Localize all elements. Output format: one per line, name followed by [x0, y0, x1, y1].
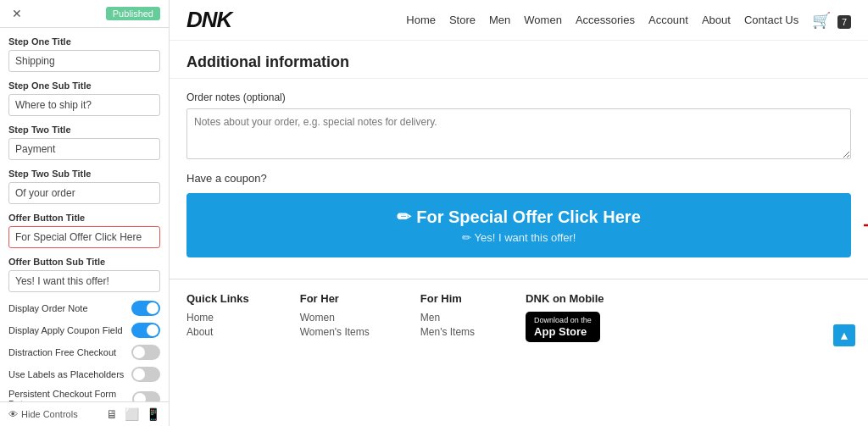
toggle-display-coupon: Display Apply Coupon Field — [8, 323, 160, 338]
footer-dnk-mobile-title: DNK on Mobile — [526, 292, 604, 305]
footer-quick-links-title: Quick Links — [186, 292, 249, 305]
toggle-display-coupon-label: Display Apply Coupon Field — [8, 325, 123, 335]
hide-controls-button[interactable]: 👁 Hide Controls — [8, 409, 78, 419]
pencil-icon-sub: ✏ — [462, 231, 471, 244]
footer-col-for-her: For Her Women Women's Items — [300, 292, 370, 342]
left-arrow-annotation — [0, 229, 4, 246]
step-one-sub-title-group: Step One Sub Title — [8, 80, 160, 116]
sidebar: ✕ Published Step One Title Step One Sub … — [0, 0, 170, 426]
offer-button-title-display: ✏ For Special Offer Click Here — [397, 207, 641, 227]
scroll-top-button[interactable]: ▲ — [833, 324, 855, 346]
footer: Quick Links Home About For Her Women Wom… — [170, 279, 868, 355]
nav-links: Home Store Men Women Accessories Account… — [406, 11, 851, 30]
toggle-display-order-note-label: Display Order Note — [8, 303, 88, 313]
offer-button-title-input[interactable] — [8, 226, 160, 248]
page-content: Additional information Order notes (opti… — [170, 41, 868, 426]
monitor-icon[interactable]: 🖥 — [106, 407, 118, 421]
footer-link-men[interactable]: Men — [420, 312, 475, 324]
sidebar-content: Step One Title Step One Sub Title Step T… — [0, 28, 169, 401]
nav-about[interactable]: About — [702, 14, 731, 26]
step-one-title-group: Step One Title — [8, 36, 160, 72]
offer-button-sub-title-group: Offer Button Sub Title — [8, 257, 160, 292]
step-two-title-group: Step Two Title — [8, 124, 160, 160]
bottom-icons: 🖥 ⬜ 📱 — [106, 407, 160, 421]
nav-contact-us[interactable]: Contact Us — [744, 14, 798, 26]
app-store-badge[interactable]: Download on the App Store — [526, 312, 600, 342]
step-one-sub-title-label: Step One Sub Title — [8, 80, 160, 91]
order-notes-label: Order notes (optional) — [186, 91, 851, 103]
offer-button-outer: ✏ For Special Offer Click Here ✏ Yes! I … — [186, 193, 851, 257]
cart-count: 7 — [837, 15, 851, 29]
nav-women[interactable]: Women — [524, 14, 562, 26]
footer-for-him-title: For Him — [420, 292, 475, 305]
offer-button-title-label: Offer Button Title — [8, 213, 160, 223]
nav-men[interactable]: Men — [489, 14, 510, 26]
offer-button-sub-title-label: Offer Button Sub Title — [8, 257, 160, 267]
right-arrow-annotation — [860, 216, 868, 235]
top-nav: DNK Home Store Men Women Accessories Acc… — [170, 0, 868, 41]
toggle-display-order-note: Display Order Note — [8, 301, 160, 316]
footer-link-home[interactable]: Home — [186, 312, 249, 324]
toggle-display-order-note-switch[interactable] — [131, 301, 160, 316]
footer-for-her-title: For Her — [300, 292, 370, 305]
have-coupon-label: Have a coupon? — [186, 172, 851, 185]
step-one-sub-title-input[interactable] — [8, 94, 160, 116]
logo: DNK — [186, 7, 231, 33]
cart-icon[interactable]: 🛒 — [812, 12, 831, 29]
app-store-small-text: Download on the — [534, 316, 592, 324]
tablet-icon[interactable]: ⬜ — [125, 407, 139, 421]
order-notes-textarea[interactable] — [186, 108, 851, 159]
footer-col-quick-links: Quick Links Home About — [186, 292, 249, 342]
footer-link-mens-items[interactable]: Men's Items — [420, 326, 475, 338]
step-two-title-label: Step Two Title — [8, 124, 160, 135]
toggle-use-labels: Use Labels as Placeholders — [8, 367, 160, 382]
pencil-icon-title: ✏ — [397, 207, 411, 227]
section-title: Additional information — [170, 41, 868, 79]
offer-button[interactable]: ✏ For Special Offer Click Here ✏ Yes! I … — [186, 193, 851, 257]
footer-link-about[interactable]: About — [186, 326, 249, 338]
footer-col-dnk-mobile: DNK on Mobile Download on the App Store — [526, 292, 604, 342]
checkout-area: Order notes (optional) Have a coupon? ✏ … — [170, 79, 868, 270]
eye-icon: 👁 — [8, 409, 18, 419]
toggle-use-labels-label: Use Labels as Placeholders — [8, 369, 124, 379]
offer-button-title-group: Offer Button Title — [8, 213, 160, 248]
published-badge: Published — [106, 7, 160, 20]
toggle-distraction-free: Distraction Free Checkout — [8, 345, 160, 360]
step-two-title-input[interactable] — [8, 138, 160, 160]
step-two-sub-title-group: Step Two Sub Title — [8, 169, 160, 204]
toggle-distraction-free-switch[interactable] — [131, 345, 160, 360]
nav-home[interactable]: Home — [406, 14, 436, 26]
nav-store[interactable]: Store — [449, 14, 476, 26]
footer-col-for-him: For Him Men Men's Items — [420, 292, 475, 342]
app-store-big-text: App Store — [534, 325, 587, 338]
close-button[interactable]: ✕ — [8, 7, 25, 20]
hide-controls-label: Hide Controls — [21, 409, 78, 419]
phone-icon[interactable]: 📱 — [146, 407, 160, 421]
step-two-sub-title-input[interactable] — [8, 182, 160, 204]
offer-button-sub-title-input[interactable] — [8, 270, 160, 292]
sidebar-bottom: 👁 Hide Controls 🖥 ⬜ 📱 — [0, 401, 169, 426]
step-one-title-input[interactable] — [8, 50, 160, 72]
footer-link-women[interactable]: Women — [300, 312, 370, 324]
toggle-persistent-switch[interactable] — [132, 391, 160, 401]
offer-button-sub-display: ✏ Yes! I want this offer! — [462, 231, 576, 244]
toggle-distraction-free-label: Distraction Free Checkout — [8, 347, 116, 357]
sidebar-top-bar: ✕ Published — [0, 0, 169, 28]
step-two-sub-title-label: Step Two Sub Title — [8, 169, 160, 179]
main-content: DNK Home Store Men Women Accessories Acc… — [170, 0, 868, 426]
toggle-display-coupon-switch[interactable] — [131, 323, 160, 338]
nav-account[interactable]: Account — [648, 14, 688, 26]
footer-link-womens-items[interactable]: Women's Items — [300, 326, 370, 338]
toggle-persistent: Persistent Checkout Form Data — [8, 389, 160, 401]
step-one-title-label: Step One Title — [8, 36, 160, 47]
toggle-use-labels-switch[interactable] — [131, 367, 160, 382]
nav-accessories[interactable]: Accessories — [576, 14, 635, 26]
offer-button-sub-text: Yes! I want this offer! — [475, 231, 576, 244]
toggle-persistent-label: Persistent Checkout Form Data — [8, 389, 132, 401]
offer-button-title-text: For Special Offer Click Here — [416, 207, 641, 227]
